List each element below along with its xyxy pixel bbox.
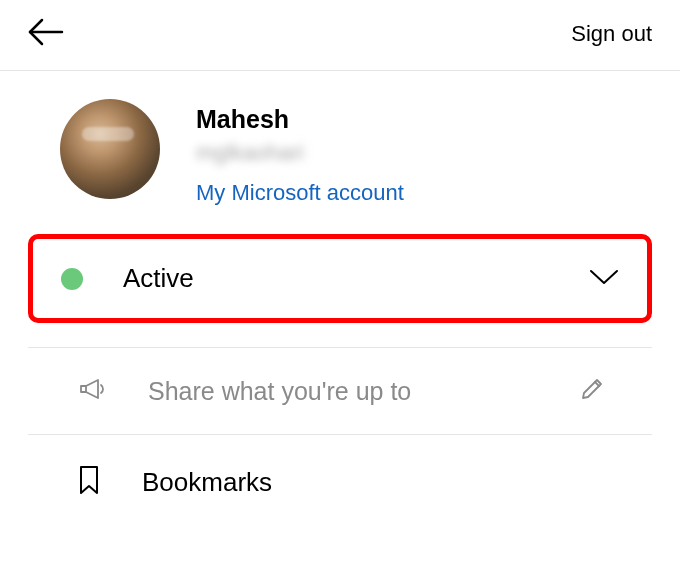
chevron-down-icon — [589, 269, 619, 289]
status-label: Active — [123, 263, 589, 294]
back-arrow-icon[interactable] — [28, 18, 64, 50]
share-placeholder: Share what you're up to — [148, 377, 580, 406]
sign-out-button[interactable]: Sign out — [571, 21, 652, 47]
pencil-icon — [580, 377, 604, 405]
status-dot-icon — [61, 268, 83, 290]
profile-subtext: mglkaohari — [196, 140, 404, 166]
share-status-row[interactable]: Share what you're up to — [28, 347, 652, 435]
megaphone-icon — [78, 376, 106, 406]
bookmarks-row[interactable]: Bookmarks — [28, 435, 652, 529]
microsoft-account-link[interactable]: My Microsoft account — [196, 180, 404, 206]
status-row[interactable]: Active — [28, 234, 652, 323]
avatar — [60, 99, 160, 199]
bookmark-icon — [78, 465, 100, 499]
bookmarks-label: Bookmarks — [142, 467, 272, 498]
profile-info: Mahesh mglkaohari My Microsoft account — [196, 99, 404, 206]
profile-name: Mahesh — [196, 105, 404, 134]
profile-section: Mahesh mglkaohari My Microsoft account — [0, 71, 680, 234]
header: Sign out — [0, 0, 680, 71]
